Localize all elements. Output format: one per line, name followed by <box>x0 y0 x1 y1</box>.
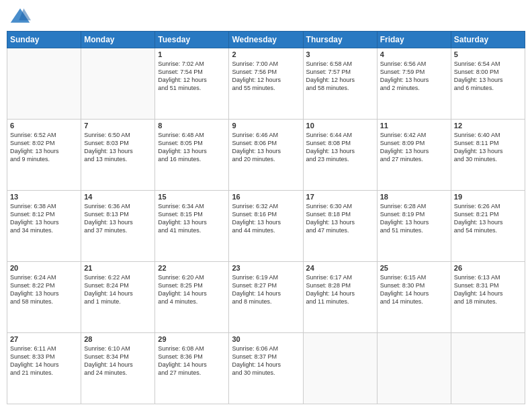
day-number: 11 <box>380 122 448 130</box>
cell-daylight-info: Sunrise: 6:52 AM Sunset: 8:02 PM Dayligh… <box>10 131 78 164</box>
cell-daylight-info: Sunrise: 6:11 AM Sunset: 8:33 PM Dayligh… <box>10 345 78 377</box>
day-number: 26 <box>454 264 522 272</box>
day-number: 5 <box>454 50 522 58</box>
day-number: 28 <box>84 335 152 343</box>
calendar-cell <box>81 48 155 120</box>
weekday-header: Sunday <box>7 32 81 48</box>
day-number: 18 <box>380 193 448 201</box>
cell-daylight-info: Sunrise: 6:24 AM Sunset: 8:22 PM Dayligh… <box>10 273 78 306</box>
calendar-cell: 30Sunrise: 6:06 AM Sunset: 8:37 PM Dayli… <box>229 333 303 404</box>
calendar-week-row: 13Sunrise: 6:38 AM Sunset: 8:12 PM Dayli… <box>7 191 525 262</box>
cell-daylight-info: Sunrise: 6:26 AM Sunset: 8:21 PM Dayligh… <box>454 202 522 235</box>
calendar-cell: 29Sunrise: 6:08 AM Sunset: 8:36 PM Dayli… <box>155 333 229 404</box>
calendar-cell: 4Sunrise: 6:56 AM Sunset: 7:59 PM Daylig… <box>377 48 451 120</box>
cell-daylight-info: Sunrise: 6:30 AM Sunset: 8:18 PM Dayligh… <box>306 202 374 235</box>
day-number: 23 <box>232 264 300 272</box>
calendar-cell: 23Sunrise: 6:19 AM Sunset: 8:27 PM Dayli… <box>229 262 303 333</box>
cell-daylight-info: Sunrise: 6:42 AM Sunset: 8:09 PM Dayligh… <box>380 131 448 164</box>
calendar-cell: 7Sunrise: 6:50 AM Sunset: 8:03 PM Daylig… <box>81 120 155 191</box>
calendar-cell <box>7 48 81 120</box>
cell-daylight-info: Sunrise: 6:22 AM Sunset: 8:24 PM Dayligh… <box>84 273 152 306</box>
cell-daylight-info: Sunrise: 7:00 AM Sunset: 7:56 PM Dayligh… <box>232 60 300 93</box>
weekday-header: Thursday <box>303 32 377 48</box>
day-number: 4 <box>380 50 448 58</box>
day-number: 2 <box>232 50 300 58</box>
day-number: 22 <box>158 264 226 272</box>
weekday-header: Wednesday <box>229 32 303 48</box>
day-number: 19 <box>454 193 522 201</box>
calendar-cell <box>377 333 451 404</box>
cell-daylight-info: Sunrise: 6:36 AM Sunset: 8:13 PM Dayligh… <box>84 202 152 235</box>
calendar-cell: 22Sunrise: 6:20 AM Sunset: 8:25 PM Dayli… <box>155 262 229 333</box>
calendar-cell <box>451 333 525 404</box>
day-number: 17 <box>306 193 374 201</box>
cell-daylight-info: Sunrise: 6:15 AM Sunset: 8:30 PM Dayligh… <box>380 273 448 306</box>
cell-daylight-info: Sunrise: 7:02 AM Sunset: 7:54 PM Dayligh… <box>158 60 226 93</box>
cell-daylight-info: Sunrise: 6:44 AM Sunset: 8:08 PM Dayligh… <box>306 131 374 164</box>
cell-daylight-info: Sunrise: 6:13 AM Sunset: 8:31 PM Dayligh… <box>454 273 522 306</box>
calendar-cell: 18Sunrise: 6:28 AM Sunset: 8:19 PM Dayli… <box>377 191 451 262</box>
weekday-row: SundayMondayTuesdayWednesdayThursdayFrid… <box>7 32 525 48</box>
day-number: 6 <box>10 122 78 130</box>
day-number: 24 <box>306 264 374 272</box>
cell-daylight-info: Sunrise: 6:46 AM Sunset: 8:06 PM Dayligh… <box>232 131 300 164</box>
calendar-cell: 25Sunrise: 6:15 AM Sunset: 8:30 PM Dayli… <box>377 262 451 333</box>
calendar-cell: 14Sunrise: 6:36 AM Sunset: 8:13 PM Dayli… <box>81 191 155 262</box>
day-number: 14 <box>84 193 152 201</box>
day-number: 21 <box>84 264 152 272</box>
calendar-cell: 21Sunrise: 6:22 AM Sunset: 8:24 PM Dayli… <box>81 262 155 333</box>
calendar-cell: 11Sunrise: 6:42 AM Sunset: 8:09 PM Dayli… <box>377 120 451 191</box>
calendar-cell: 16Sunrise: 6:32 AM Sunset: 8:16 PM Dayli… <box>229 191 303 262</box>
day-number: 30 <box>232 335 300 343</box>
cell-daylight-info: Sunrise: 6:40 AM Sunset: 8:11 PM Dayligh… <box>454 131 522 164</box>
calendar-cell: 2Sunrise: 7:00 AM Sunset: 7:56 PM Daylig… <box>229 48 303 120</box>
calendar: SundayMondayTuesdayWednesdayThursdayFrid… <box>7 31 525 404</box>
cell-daylight-info: Sunrise: 6:08 AM Sunset: 8:36 PM Dayligh… <box>158 345 226 377</box>
calendar-cell: 3Sunrise: 6:58 AM Sunset: 7:57 PM Daylig… <box>303 48 377 120</box>
cell-daylight-info: Sunrise: 6:10 AM Sunset: 8:34 PM Dayligh… <box>84 345 152 377</box>
calendar-cell: 1Sunrise: 7:02 AM Sunset: 7:54 PM Daylig… <box>155 48 229 120</box>
calendar-week-row: 27Sunrise: 6:11 AM Sunset: 8:33 PM Dayli… <box>7 333 525 404</box>
calendar-cell: 19Sunrise: 6:26 AM Sunset: 8:21 PM Dayli… <box>451 191 525 262</box>
day-number: 25 <box>380 264 448 272</box>
calendar-cell: 27Sunrise: 6:11 AM Sunset: 8:33 PM Dayli… <box>7 333 81 404</box>
weekday-header: Tuesday <box>155 32 229 48</box>
header <box>7 7 525 26</box>
cell-daylight-info: Sunrise: 6:48 AM Sunset: 8:05 PM Dayligh… <box>158 131 226 164</box>
day-number: 16 <box>232 193 300 201</box>
calendar-cell: 9Sunrise: 6:46 AM Sunset: 8:06 PM Daylig… <box>229 120 303 191</box>
day-number: 7 <box>84 122 152 130</box>
day-number: 15 <box>158 193 226 201</box>
cell-daylight-info: Sunrise: 6:06 AM Sunset: 8:37 PM Dayligh… <box>232 345 300 377</box>
calendar-cell: 24Sunrise: 6:17 AM Sunset: 8:28 PM Dayli… <box>303 262 377 333</box>
day-number: 8 <box>158 122 226 130</box>
cell-daylight-info: Sunrise: 6:34 AM Sunset: 8:15 PM Dayligh… <box>158 202 226 235</box>
calendar-body: 1Sunrise: 7:02 AM Sunset: 7:54 PM Daylig… <box>7 48 525 404</box>
day-number: 1 <box>158 50 226 58</box>
calendar-cell: 28Sunrise: 6:10 AM Sunset: 8:34 PM Dayli… <box>81 333 155 404</box>
day-number: 13 <box>10 193 78 201</box>
calendar-cell: 10Sunrise: 6:44 AM Sunset: 8:08 PM Dayli… <box>303 120 377 191</box>
calendar-cell: 6Sunrise: 6:52 AM Sunset: 8:02 PM Daylig… <box>7 120 81 191</box>
weekday-header: Saturday <box>451 32 525 48</box>
day-number: 20 <box>10 264 78 272</box>
cell-daylight-info: Sunrise: 6:32 AM Sunset: 8:16 PM Dayligh… <box>232 202 300 235</box>
cell-daylight-info: Sunrise: 6:28 AM Sunset: 8:19 PM Dayligh… <box>380 202 448 235</box>
day-number: 27 <box>10 335 78 343</box>
calendar-cell: 26Sunrise: 6:13 AM Sunset: 8:31 PM Dayli… <box>451 262 525 333</box>
day-number: 9 <box>232 122 300 130</box>
day-number: 3 <box>306 50 374 58</box>
day-number: 12 <box>454 122 522 130</box>
logo-icon <box>9 7 31 26</box>
calendar-cell: 8Sunrise: 6:48 AM Sunset: 8:05 PM Daylig… <box>155 120 229 191</box>
cell-daylight-info: Sunrise: 6:58 AM Sunset: 7:57 PM Dayligh… <box>306 60 374 93</box>
day-number: 10 <box>306 122 374 130</box>
day-number: 29 <box>158 335 226 343</box>
cell-daylight-info: Sunrise: 6:56 AM Sunset: 7:59 PM Dayligh… <box>380 60 448 93</box>
cell-daylight-info: Sunrise: 6:19 AM Sunset: 8:27 PM Dayligh… <box>232 273 300 306</box>
calendar-cell: 12Sunrise: 6:40 AM Sunset: 8:11 PM Dayli… <box>451 120 525 191</box>
calendar-cell: 15Sunrise: 6:34 AM Sunset: 8:15 PM Dayli… <box>155 191 229 262</box>
calendar-week-row: 6Sunrise: 6:52 AM Sunset: 8:02 PM Daylig… <box>7 120 525 191</box>
calendar-cell: 13Sunrise: 6:38 AM Sunset: 8:12 PM Dayli… <box>7 191 81 262</box>
cell-daylight-info: Sunrise: 6:50 AM Sunset: 8:03 PM Dayligh… <box>84 131 152 164</box>
